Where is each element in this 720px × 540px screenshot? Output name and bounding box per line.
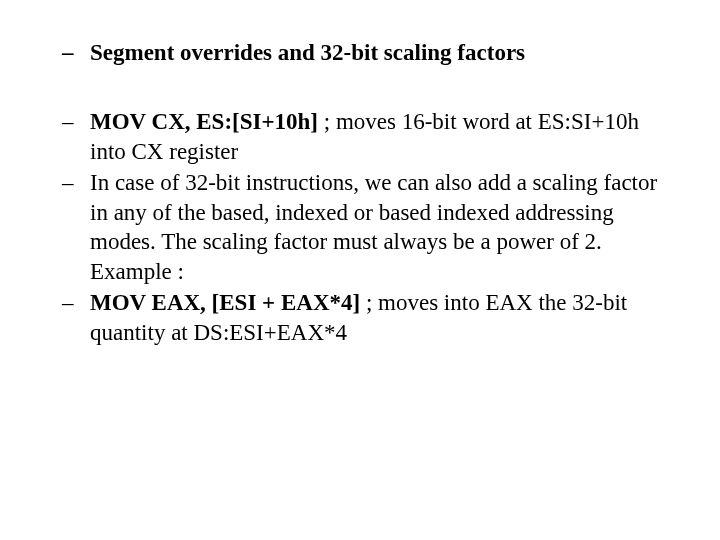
bullet-bold: MOV CX, ES:[SI+10h] (90, 109, 318, 134)
bullet-dash: – (60, 107, 90, 166)
bullet-item: – In case of 32-bit instructions, we can… (60, 168, 660, 286)
bullet-dash: – (60, 38, 90, 67)
bullet-dash: – (60, 168, 90, 286)
bullet-item: – MOV EAX, [ESI + EAX*4] ; moves into EA… (60, 288, 660, 347)
slide-title: Segment overrides and 32-bit scaling fac… (90, 38, 660, 67)
bullet-bold: MOV EAX, [ESI + EAX*4] (90, 290, 360, 315)
bullet-item: – MOV CX, ES:[SI+10h] ; moves 16-bit wor… (60, 107, 660, 166)
bullet-content: In case of 32-bit instructions, we can a… (90, 168, 660, 286)
bullet-text: In case of 32-bit instructions, we can a… (90, 170, 657, 283)
slide: – Segment overrides and 32-bit scaling f… (0, 0, 720, 347)
bullet-content: MOV CX, ES:[SI+10h] ; moves 16-bit word … (90, 107, 660, 166)
bullet-dash: – (60, 288, 90, 347)
slide-title-row: – Segment overrides and 32-bit scaling f… (60, 38, 660, 67)
bullet-content: MOV EAX, [ESI + EAX*4] ; moves into EAX … (90, 288, 660, 347)
